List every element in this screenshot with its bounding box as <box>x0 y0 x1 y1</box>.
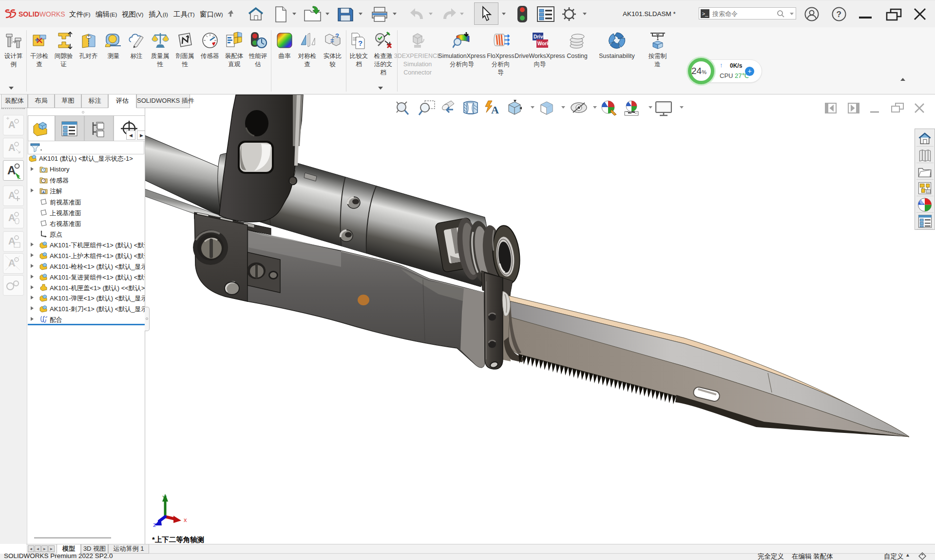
svg-text:A: A <box>491 104 499 116</box>
svg-text:A: A <box>42 190 45 194</box>
svg-text:x: x <box>184 516 187 523</box>
svg-text:A: A <box>7 164 16 177</box>
svg-text:*上下二等角轴测: *上下二等角轴测 <box>152 536 204 543</box>
svg-text:A: A <box>8 212 15 223</box>
svg-text:A: A <box>8 142 15 153</box>
svg-text:z: z <box>153 521 156 528</box>
svg-text:A: A <box>8 258 15 268</box>
svg-text:Y: Y <box>162 494 167 502</box>
svg-text:A: A <box>8 190 15 201</box>
